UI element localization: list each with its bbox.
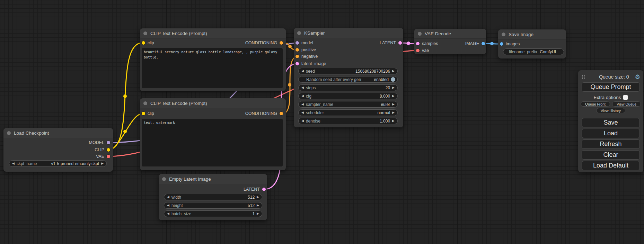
node-graph-canvas[interactable]: Load Checkpoint MODEL CLIP VAE ◀ ckpt_na… — [0, 0, 644, 244]
filename-prefix-widget[interactable]: filename_prefix ComfyUI — [503, 48, 564, 55]
seed-widget[interactable]: ◀ seed 156680208700286 ▶ — [298, 68, 398, 74]
model-slot-dot[interactable] — [295, 41, 299, 45]
node-title-bar[interactable]: KSampler — [294, 28, 403, 38]
save-button[interactable]: Save — [582, 118, 640, 127]
conditioning-slot-dot[interactable] — [295, 48, 299, 52]
drag-handle-icon[interactable] — [582, 75, 585, 79]
node-title-bar[interactable]: Load Checkpoint — [3, 128, 113, 138]
positive-prompt-textarea[interactable]: beautiful scenery nature glass bottle la… — [142, 48, 283, 88]
decrement-arrow-icon[interactable]: ◀ — [301, 119, 304, 123]
increment-arrow-icon[interactable]: ▶ — [392, 103, 395, 106]
vae-slot-dot[interactable] — [416, 49, 420, 52]
collapse-dot-icon[interactable] — [502, 33, 505, 36]
collapse-dot-icon[interactable] — [143, 31, 147, 35]
view-history-button[interactable]: View History — [596, 108, 625, 113]
clip-slot-dot[interactable] — [142, 112, 145, 115]
gear-icon[interactable]: ⚙ — [635, 74, 640, 80]
view-queue-button[interactable]: View Queue — [612, 101, 641, 107]
image-slot-dot[interactable] — [500, 42, 503, 46]
increment-arrow-icon[interactable]: ▶ — [392, 119, 395, 123]
image-slot-dot[interactable] — [482, 42, 485, 45]
input-slot-model[interactable]: model — [295, 40, 313, 45]
load-default-button[interactable]: Load Default — [582, 161, 640, 170]
decrement-arrow-icon[interactable]: ◀ — [167, 212, 169, 215]
decrement-arrow-icon[interactable]: ◀ — [301, 111, 304, 114]
latent-slot-dot[interactable] — [262, 188, 266, 191]
node-title-bar[interactable]: VAE Decode — [414, 29, 486, 39]
input-slot-vae[interactable]: vae — [416, 48, 429, 53]
link-midpoint-dot[interactable] — [123, 130, 127, 133]
output-slot-latent[interactable]: LATENT — [244, 187, 266, 192]
increment-arrow-icon[interactable]: ▶ — [392, 94, 395, 98]
height-widget[interactable]: ◀ height 512 ▶ — [164, 202, 262, 209]
input-slot-samples[interactable]: samples — [416, 41, 438, 46]
input-slot-clip[interactable]: clip — [142, 111, 154, 116]
collapse-dot-icon[interactable] — [7, 131, 11, 135]
clip-slot-dot[interactable] — [142, 41, 145, 45]
increment-arrow-icon[interactable]: ▶ — [101, 162, 104, 165]
denoise-widget[interactable]: ◀ denoise 1.000 ▶ — [298, 118, 398, 124]
queue-front-button[interactable]: Queue Front — [581, 101, 610, 107]
extra-options-checkbox[interactable] — [623, 95, 628, 100]
node-title-bar[interactable]: CLIP Text Encode (Prompt) — [140, 28, 286, 38]
toggle-enabled-dot[interactable] — [391, 77, 395, 82]
output-slot-image[interactable]: IMAGE — [465, 41, 485, 46]
conditioning-slot-dot[interactable] — [280, 41, 283, 45]
collapse-dot-icon[interactable] — [143, 101, 147, 105]
link-midpoint-dot[interactable] — [288, 83, 291, 87]
input-slot-positive[interactable]: positive — [295, 47, 316, 52]
collapse-dot-icon[interactable] — [418, 32, 422, 36]
queue-prompt-button[interactable]: Queue Prompt — [582, 82, 640, 92]
decrement-arrow-icon[interactable]: ◀ — [167, 196, 169, 199]
increment-arrow-icon[interactable]: ▶ — [257, 204, 259, 207]
increment-arrow-icon[interactable]: ▶ — [392, 86, 395, 89]
decrement-arrow-icon[interactable]: ◀ — [301, 103, 304, 106]
latent-slot-dot[interactable] — [398, 41, 402, 45]
steps-widget[interactable]: ◀ steps 20 ▶ — [298, 84, 398, 91]
model-slot-dot[interactable] — [107, 141, 110, 144]
link-midpoint-dot[interactable] — [288, 45, 292, 48]
latent-slot-dot[interactable] — [295, 62, 299, 65]
decrement-arrow-icon[interactable]: ◀ — [301, 70, 304, 73]
node-title-bar[interactable]: Save Image — [498, 29, 566, 39]
negative-prompt-textarea[interactable]: text, watermark — [142, 119, 283, 166]
width-widget[interactable]: ◀ width 512 ▶ — [164, 194, 262, 200]
clip-slot-dot[interactable] — [107, 148, 110, 152]
input-slot-negative[interactable]: negative — [295, 54, 318, 59]
output-slot-clip[interactable]: CLIP — [95, 147, 110, 152]
increment-arrow-icon[interactable]: ▶ — [257, 196, 259, 199]
decrement-arrow-icon[interactable]: ◀ — [12, 162, 15, 165]
output-slot-model[interactable]: MODEL — [89, 140, 110, 145]
conditioning-slot-dot[interactable] — [280, 112, 283, 115]
batch-size-widget[interactable]: ◀ batch_size 1 ▶ — [164, 210, 262, 217]
node-title-bar[interactable]: Empty Latent Image — [159, 174, 267, 184]
output-slot-vae[interactable]: VAE — [96, 154, 110, 159]
latent-slot-dot[interactable] — [416, 42, 420, 45]
output-slot-conditioning[interactable]: CONDITIONING — [245, 40, 283, 45]
increment-arrow-icon[interactable]: ▶ — [392, 111, 395, 114]
refresh-button[interactable]: Refresh — [582, 139, 640, 149]
input-slot-clip[interactable]: clip — [142, 40, 154, 45]
input-slot-images[interactable]: images — [500, 42, 520, 46]
random-seed-toggle-widget[interactable]: Random seed after every gen enabled — [298, 76, 398, 83]
increment-arrow-icon[interactable]: ▶ — [257, 212, 259, 215]
sampler-name-widget[interactable]: ◀ sampler_name euler ▶ — [298, 101, 398, 108]
node-title-bar[interactable]: CLIP Text Encode (Prompt) — [140, 98, 286, 108]
link-midpoint-dot[interactable] — [123, 94, 127, 98]
collapse-dot-icon[interactable] — [297, 31, 301, 35]
ckpt-name-widget[interactable]: ◀ ckpt_name v1-5-pruned-emaonly.ckpt ▶ — [9, 160, 107, 167]
cfg-widget[interactable]: ◀ cfg 8.000 ▶ — [298, 93, 398, 99]
decrement-arrow-icon[interactable]: ◀ — [167, 204, 169, 207]
decrement-arrow-icon[interactable]: ◀ — [301, 86, 304, 89]
link-midpoint-dot[interactable] — [490, 42, 494, 45]
conditioning-slot-dot[interactable] — [295, 55, 299, 58]
increment-arrow-icon[interactable]: ▶ — [392, 70, 395, 73]
link-midpoint-dot[interactable] — [407, 42, 410, 45]
collapse-dot-icon[interactable] — [162, 177, 166, 181]
output-slot-conditioning[interactable]: CONDITIONING — [245, 111, 283, 116]
vae-slot-dot[interactable] — [107, 155, 110, 158]
decrement-arrow-icon[interactable]: ◀ — [301, 94, 304, 98]
output-slot-latent[interactable]: LATENT — [380, 40, 402, 45]
scheduler-widget[interactable]: ◀ scheduler normal ▶ — [298, 109, 398, 116]
input-slot-latent-image[interactable]: latent_image — [295, 61, 326, 66]
